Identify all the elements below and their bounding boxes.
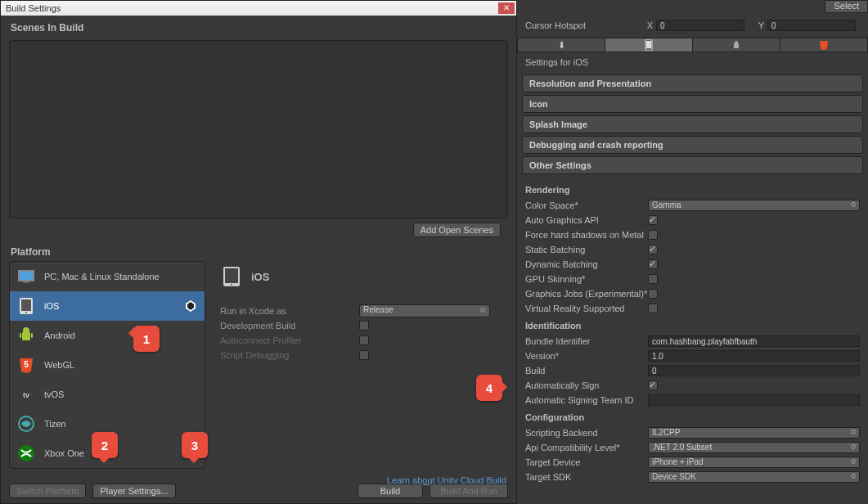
foldout-icon[interactable]: Icon bbox=[522, 95, 863, 113]
identification-header: Identification bbox=[525, 321, 860, 331]
foldout-splash[interactable]: Splash Image bbox=[522, 115, 863, 133]
platform-label: iOS bbox=[44, 301, 59, 311]
gpu-skin-label: GPU Skinning* bbox=[525, 274, 648, 284]
platform-label: Tizen bbox=[44, 419, 66, 429]
dyn-batch-label: Dynamic Batching bbox=[525, 259, 648, 269]
callout-1: 1 bbox=[133, 326, 160, 352]
version-label: Version* bbox=[525, 351, 648, 361]
build-label: Build bbox=[525, 366, 648, 376]
autosign-label: Automatically Sign bbox=[525, 380, 648, 390]
svg-point-22 bbox=[735, 41, 738, 44]
tizen-icon bbox=[16, 414, 36, 434]
vr-checkbox[interactable] bbox=[648, 304, 658, 313]
target-device-label: Target Device bbox=[525, 457, 648, 467]
platform-standalone[interactable]: PC, Mac & Linux Standalone bbox=[10, 262, 205, 291]
foldout-debugging[interactable]: Debugging and crash reporting bbox=[522, 136, 863, 154]
force-shadows-checkbox[interactable] bbox=[648, 230, 658, 240]
target-sdk-label: Target SDK bbox=[525, 472, 648, 482]
version-field[interactable] bbox=[648, 350, 860, 362]
foldout-other[interactable]: Other Settings bbox=[522, 156, 863, 174]
tab-webgl[interactable] bbox=[780, 38, 867, 52]
standalone-icon bbox=[16, 267, 36, 286]
add-open-scenes-button[interactable]: Add Open Scenes bbox=[413, 223, 501, 237]
foldout-resolution[interactable]: Resolution and Presentation bbox=[522, 74, 863, 92]
close-button[interactable]: ✕ bbox=[498, 2, 515, 14]
tvos-icon: tv bbox=[16, 385, 36, 404]
svg-text:5: 5 bbox=[24, 360, 29, 369]
configuration-header: Configuration bbox=[525, 412, 860, 422]
webgl-icon: 5 bbox=[16, 355, 36, 375]
api-compat-label: Api Compatibility Level* bbox=[525, 443, 648, 452]
color-space-select[interactable]: Gamma bbox=[648, 200, 860, 211]
cursor-x-field[interactable] bbox=[656, 20, 744, 31]
run-xcode-select[interactable]: Release bbox=[359, 304, 490, 317]
tab-android[interactable] bbox=[693, 38, 780, 52]
scenes-list[interactable]: Add Open Scenes bbox=[9, 40, 508, 218]
svg-rect-17 bbox=[225, 268, 238, 283]
bundle-id-label: Bundle Identifier bbox=[525, 336, 648, 346]
force-shadows-label: Force hard shadows on Metal bbox=[525, 230, 648, 240]
platform-webgl[interactable]: 5 WebGL bbox=[10, 350, 205, 380]
xbox-icon bbox=[16, 443, 36, 463]
cursor-y-field[interactable] bbox=[767, 20, 856, 31]
auto-graphics-label: Auto Graphics API bbox=[525, 215, 648, 225]
ios-detail-icon bbox=[220, 265, 243, 288]
svg-point-5 bbox=[25, 312, 27, 313]
autoconnect-label: Autoconnect Profiler bbox=[220, 335, 359, 345]
bundle-id-field[interactable] bbox=[648, 335, 860, 347]
phone-icon bbox=[645, 39, 653, 51]
vr-label: Virtual Reality Supported bbox=[525, 304, 648, 313]
gfx-jobs-label: Graphics Jobs (Experimental)* bbox=[525, 289, 648, 299]
tab-standalone[interactable]: ⬇ bbox=[518, 38, 605, 52]
android-icon bbox=[16, 326, 36, 345]
platform-tabs: ⬇ bbox=[517, 38, 868, 52]
android-tab-icon bbox=[731, 40, 741, 50]
backend-select[interactable]: IL2CPP bbox=[648, 427, 860, 439]
x-label: X bbox=[640, 20, 653, 30]
gpu-skin-checkbox[interactable] bbox=[648, 274, 658, 284]
build-button[interactable]: Build bbox=[358, 484, 423, 498]
dyn-batch-checkbox[interactable] bbox=[648, 259, 658, 269]
tab-ios[interactable] bbox=[605, 38, 693, 52]
platform-label: WebGL bbox=[44, 360, 74, 370]
select-button[interactable]: Select bbox=[825, 0, 868, 13]
autosign-checkbox[interactable] bbox=[648, 380, 658, 390]
platform-label: PC, Mac & Linux Standalone bbox=[44, 272, 160, 281]
script-debug-checkbox bbox=[359, 350, 369, 360]
build-and-run-button[interactable]: Build And Run bbox=[430, 484, 508, 498]
callout-4: 4 bbox=[476, 375, 502, 401]
team-id-label: Automatic Signing Team ID bbox=[525, 395, 648, 405]
api-compat-select[interactable]: .NET 2.0 Subset bbox=[648, 442, 860, 453]
switch-platform-button[interactable]: Switch Platform bbox=[9, 484, 86, 498]
platform-label: Xbox One bbox=[44, 448, 84, 458]
rendering-header: Rendering bbox=[525, 185, 860, 195]
run-xcode-label: Run in Xcode as bbox=[220, 306, 359, 316]
team-id-field[interactable] bbox=[648, 394, 860, 406]
dialog-title: Build Settings bbox=[6, 3, 61, 13]
platform-header: Platform bbox=[11, 246, 506, 258]
dev-build-checkbox[interactable] bbox=[359, 321, 369, 331]
gfx-jobs-checkbox[interactable] bbox=[648, 289, 658, 299]
svg-rect-4 bbox=[21, 299, 31, 311]
auto-graphics-checkbox[interactable] bbox=[648, 215, 658, 225]
svg-point-15 bbox=[18, 445, 34, 461]
svg-rect-10 bbox=[20, 333, 21, 338]
detail-title: iOS bbox=[251, 271, 269, 283]
platform-tvos[interactable]: tv tvOS bbox=[10, 380, 205, 409]
player-settings-button[interactable]: Player Settings... bbox=[92, 484, 175, 498]
platform-ios[interactable]: iOS bbox=[10, 291, 205, 321]
svg-point-9 bbox=[23, 327, 29, 334]
svg-point-18 bbox=[231, 284, 232, 286]
static-batch-label: Static Batching bbox=[525, 245, 648, 254]
svg-rect-2 bbox=[23, 281, 29, 283]
build-field[interactable] bbox=[648, 365, 860, 376]
scenes-in-build-header: Scenes In Build bbox=[1, 16, 516, 37]
platform-detail: iOS Run in Xcode as Release Development … bbox=[220, 261, 508, 469]
target-device-select[interactable]: iPhone + iPad bbox=[648, 457, 860, 468]
platform-android[interactable]: Android bbox=[10, 321, 205, 350]
dev-build-label: Development Build bbox=[220, 321, 359, 331]
platform-label: Android bbox=[44, 331, 75, 340]
static-batch-checkbox[interactable] bbox=[648, 245, 658, 254]
target-sdk-select[interactable]: Device SDK bbox=[648, 471, 860, 483]
platform-label: tvOS bbox=[44, 389, 64, 399]
